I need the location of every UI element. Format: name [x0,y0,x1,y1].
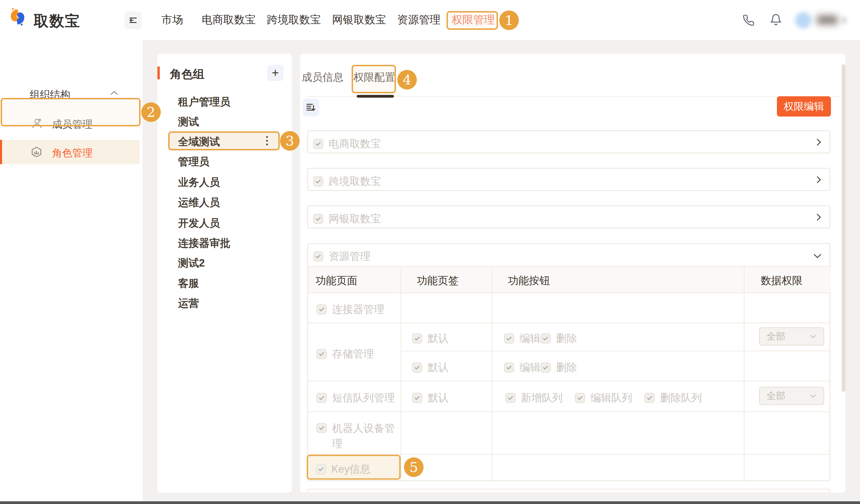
checkbox-checked[interactable] [541,362,550,373]
logo-icon [8,8,27,26]
annotation-badge-1: 1 [499,11,519,30]
sidebar-group-label[interactable]: 组织结构 [30,88,70,102]
checkbox-checked[interactable] [313,251,323,261]
edit-permissions-button[interactable]: 权限编辑 [777,96,831,117]
role-item[interactable]: 运维人员 [178,196,220,210]
button-checkbox-delete: 删除 [541,331,577,346]
phone-icon[interactable] [743,14,755,28]
checkbox-checked[interactable] [316,349,327,359]
chevron-down-icon[interactable] [813,251,822,262]
scrollbar-thumb[interactable] [842,64,845,392]
checkbox-checked[interactable] [316,304,327,315]
checkbox-checked[interactable] [541,333,550,344]
role-item[interactable]: 测试 [178,115,199,129]
role-item[interactable]: 租户管理员 [178,95,230,109]
nav-item-ebank[interactable]: 网银取数宝 [332,0,386,40]
col-header-tab: 功能页签 [417,274,459,288]
tab-member-info[interactable]: 成员信息 [302,70,344,84]
role-item[interactable]: 业务人员 [178,175,220,189]
checkbox-checked[interactable] [316,393,327,403]
button-checkbox-delete-queue: 删除队列 [645,391,702,405]
user-icon [30,117,43,132]
chevron-right-icon[interactable] [814,138,823,148]
checkbox-checked[interactable] [316,423,327,433]
checkbox-checked[interactable] [504,362,514,373]
bell-icon[interactable] [770,14,782,28]
window-bottom-edge [0,501,860,504]
col-header-data: 数据权限 [761,274,803,288]
user-name-redacted [817,16,838,24]
sidebar-item-members[interactable]: 成员管理 [0,111,143,135]
role-groups-title: 角色组 [170,67,204,82]
role-groups-panel: 角色组 + [157,54,292,492]
module-row-resources-expanded: 资源管理 功能页面 功能页签 功能按钮 数据权限 连接器管理 存储管理 [307,243,830,481]
col-header-page: 功能页面 [315,274,357,288]
checkbox-checked[interactable] [412,333,422,344]
nav-item-resources[interactable]: 资源管理 [397,0,441,40]
annotation-badge-3: 3 [280,131,300,151]
module-checkbox-row: 资源管理 [313,249,371,263]
app-window: 取数宝 市场 电商取数宝 跨境取数宝 网银取数宝 资源管理 权限管理 [0,0,860,504]
chevron-down-icon [809,392,817,400]
nav-item-crossborder[interactable]: 跨境取数宝 [267,0,321,40]
chevron-down-icon [809,333,817,340]
button-checkbox-edit: 编辑 [504,360,541,375]
nav-item-permissions[interactable]: 权限管理 [452,0,495,40]
checkbox-checked[interactable] [313,176,323,186]
checkbox-checked[interactable] [412,362,422,373]
left-sidebar: 组织结构 成员管理 角色管理 [0,40,143,501]
data-permission-select[interactable]: 全部 [759,387,824,405]
checkbox-checked[interactable] [316,464,326,474]
role-item[interactable]: 运营 [178,296,199,311]
chevron-right-icon[interactable] [814,213,823,223]
collapse-all-icon[interactable] [303,99,319,116]
sidebar-collapse-icon[interactable] [124,12,142,29]
table-header-row [308,266,831,292]
checkbox-checked[interactable] [313,139,323,149]
avatar[interactable] [795,12,811,28]
role-item[interactable]: 管理员 [178,155,210,169]
nav-item-ecommerce[interactable]: 电商取数宝 [202,0,256,40]
table-row-storage: 存储管理 [316,347,374,361]
role-item[interactable]: 客服 [178,276,199,290]
module-checkbox-row: 电商取数宝 [313,137,381,151]
module-row-ebank[interactable]: 网银取数宝 [307,205,830,228]
checkbox-checked[interactable] [313,214,323,224]
role-item[interactable]: 测试2 [178,256,205,270]
checkbox-checked[interactable] [504,333,514,344]
hexagon-building-icon [30,146,43,160]
title-accent-bar [157,67,160,80]
tab-checkbox-default: 默认 [412,391,448,405]
role-item-active[interactable]: 全域测试 [178,135,220,149]
role-item[interactable]: 连接器审批 [178,236,230,250]
chevron-up-icon[interactable] [110,90,118,97]
data-permission-select[interactable]: 全部 [759,327,824,346]
button-checkbox-delete: 删除 [541,360,577,375]
nav-item-market[interactable]: 市场 [161,0,183,40]
role-item[interactable]: 开发人员 [178,216,220,230]
sidebar-item-roles[interactable]: 角色管理 [0,140,143,164]
tab-checkbox-default: 默认 [412,360,448,375]
logo-text: 取数宝 [34,11,81,31]
col-header-button: 功能按钮 [508,274,550,288]
plus-icon: + [272,66,279,80]
checkbox-checked[interactable] [575,393,585,403]
checkbox-checked[interactable] [412,393,422,403]
user-menu-chevron-blurred[interactable] [841,17,847,24]
annotation-badge-5: 5 [404,457,424,477]
button-checkbox-edit-queue: 编辑队列 [575,391,632,405]
module-row-crossborder[interactable]: 跨境取数宝 [307,168,830,191]
chevron-right-icon[interactable] [814,175,823,185]
module-row-ecommerce[interactable]: 电商取数宝 [307,130,830,153]
button-checkbox-edit: 编辑 [504,331,541,346]
add-role-group-button[interactable]: + [267,65,283,81]
kebab-menu-icon[interactable] [266,136,268,145]
active-tab-underline [357,95,394,98]
annotation-badge-2: 2 [141,102,161,122]
tab-checkbox-default: 默认 [412,331,448,346]
tab-permission-config[interactable]: 权限配置 [353,70,395,84]
checkbox-checked[interactable] [645,393,655,403]
checkbox-checked[interactable] [505,393,515,403]
table-row-connector: 连接器管理 [316,302,384,317]
module-checkbox-row: 网银取数宝 [313,212,381,226]
